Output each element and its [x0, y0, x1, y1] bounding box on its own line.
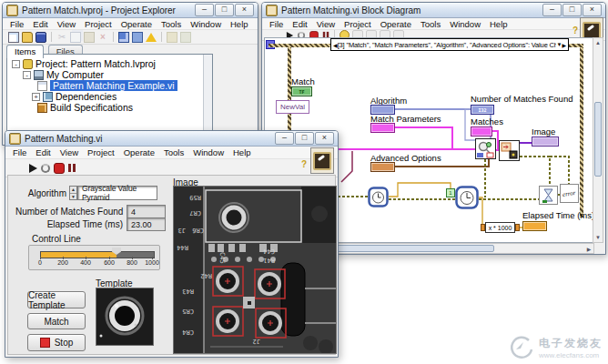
menu-project[interactable]: Project [83, 147, 119, 157]
pause-icon[interactable] [68, 164, 76, 172]
event-case-selector[interactable]: ◀ [3] "Match", "Match Parameters", "Algo… [330, 38, 569, 51]
matches-found-value[interactable]: 4 [127, 205, 166, 218]
slider-track[interactable] [40, 251, 155, 258]
algorithm-combo[interactable]: Grayscale Value Pyramid [77, 186, 157, 200]
copy-icon[interactable] [70, 32, 81, 43]
menu-edit[interactable]: Edit [28, 19, 52, 29]
maximize-button[interactable]: □ [295, 132, 314, 145]
menu-edit[interactable]: Edit [31, 147, 55, 157]
menu-edit[interactable]: Edit [288, 19, 311, 29]
tick-count-icon-start[interactable] [368, 187, 389, 207]
resolve-conflicts-icon[interactable] [118, 32, 129, 43]
tree-label[interactable]: Dependencies [56, 91, 117, 102]
run-icon[interactable] [29, 164, 37, 173]
numeric-constant[interactable]: 1 [446, 188, 455, 197]
menu-tools[interactable]: Tools [416, 19, 445, 29]
abort-icon[interactable] [54, 163, 65, 174]
menu-view[interactable]: View [312, 19, 339, 29]
menu-file[interactable]: File [5, 19, 28, 29]
menu-tools[interactable]: Tools [157, 19, 186, 29]
tab-items[interactable]: Items [6, 45, 44, 58]
menu-operate[interactable]: Operate [119, 147, 159, 157]
elapsed-time-terminal[interactable] [522, 221, 547, 231]
context-help-icon[interactable]: ? [301, 159, 307, 169]
delete-icon[interactable]: × [97, 32, 108, 43]
menu-operate[interactable]: Operate [376, 19, 416, 29]
maximize-button[interactable]: □ [215, 4, 234, 16]
cut-icon[interactable]: ✂ [56, 32, 67, 43]
menu-project[interactable]: Project [339, 19, 376, 29]
matches-terminal[interactable] [471, 126, 492, 136]
number-of-matches-terminal[interactable]: I32 [471, 105, 494, 115]
tree-label[interactable]: Build Specifications [50, 102, 133, 113]
stop-button[interactable]: Stop [27, 334, 86, 351]
deploy-icon[interactable] [132, 32, 143, 43]
match-terminal[interactable]: TF [291, 86, 312, 96]
menu-file[interactable]: File [8, 147, 31, 157]
match-pattern-vi-icon[interactable] [475, 138, 496, 159]
simple-error-handler-icon[interactable]: error [560, 184, 579, 203]
image-terminal[interactable] [532, 136, 559, 147]
block-diagram-titlebar[interactable]: Pattern Matching.vi Block Diagram – □ × [262, 3, 605, 18]
run-build-icon[interactable] [180, 32, 191, 43]
context-help-icon[interactable]: ? [573, 25, 578, 35]
diagram-vscrollbar[interactable]: ▲▼ [593, 37, 603, 243]
tree-item-pattern-matching-example[interactable]: Pattern Matching Example.vi [7, 80, 212, 91]
menu-operate[interactable]: Operate [117, 19, 157, 29]
close-button[interactable]: × [583, 4, 602, 16]
event-data-node[interactable]: NewVal [276, 100, 309, 114]
minimize-button[interactable]: – [195, 4, 214, 16]
tree-item-project[interactable]: - Project: Pattern Match.lvproj [7, 58, 212, 69]
run-continuously-icon[interactable] [41, 164, 50, 173]
tree-item-my-computer[interactable]: - My Computer [7, 69, 212, 80]
front-panel-titlebar[interactable]: Pattern Matching.vi – □ × [5, 131, 338, 147]
paste-icon[interactable] [84, 32, 95, 43]
slider-tick: 0 [32, 259, 48, 266]
maximize-button[interactable]: □ [562, 4, 582, 16]
expander-icon[interactable]: - [12, 60, 20, 68]
next-case-icon[interactable]: ▶ [562, 42, 566, 48]
event-case-label[interactable]: [3] "Match", "Match Parameters", "Algori… [338, 41, 557, 49]
menu-window[interactable]: Window [186, 19, 226, 29]
menu-help[interactable]: Help [228, 147, 256, 157]
tree-item-build-specifications[interactable]: Build Specifications [7, 102, 212, 113]
open-folder-icon[interactable] [22, 32, 33, 43]
overlay-vi-icon[interactable] [499, 140, 520, 161]
wait-ms-icon[interactable] [539, 186, 558, 205]
tick-count-icon-end[interactable] [455, 186, 479, 209]
menu-window[interactable]: Window [188, 147, 228, 157]
menu-file[interactable]: File [265, 19, 288, 29]
menu-tools[interactable]: Tools [159, 147, 188, 157]
match-parameters-terminal[interactable] [370, 123, 395, 133]
vscroll-thumb[interactable] [594, 102, 602, 177]
expander-icon[interactable]: - [23, 71, 31, 79]
minimize-button[interactable]: – [542, 4, 562, 16]
tree-label[interactable]: My Computer [46, 69, 104, 80]
control-line-slider[interactable]: 0 200 400 600 800 1000 [28, 245, 160, 270]
event-structure-right-border[interactable] [580, 47, 583, 217]
tree-label[interactable]: Project: Pattern Match.lvproj [35, 58, 156, 69]
menu-help[interactable]: Help [226, 19, 253, 29]
project-explorer-titlebar[interactable]: Pattern Match.lvproj - Project Explorer … [3, 3, 258, 18]
menu-project[interactable]: Project [80, 19, 117, 29]
warning-icon[interactable] [146, 33, 157, 42]
multiply-node[interactable]: x * 1000 [485, 222, 515, 233]
algorithm-spinner[interactable]: ▲ ▼ [69, 186, 77, 200]
menu-window[interactable]: Window [445, 19, 485, 29]
match-button[interactable]: Match [27, 313, 86, 329]
minimize-button[interactable]: – [275, 132, 294, 145]
elapsed-time-value[interactable]: 23.00 [127, 217, 166, 231]
menu-help[interactable]: Help [485, 19, 512, 29]
build-icon[interactable] [167, 32, 177, 43]
close-button[interactable]: × [235, 4, 254, 16]
tree-label-selected[interactable]: Pattern Matching Example.vi [50, 80, 177, 91]
save-all-icon[interactable] [35, 32, 46, 43]
tree-item-dependencies[interactable]: + Dependencies [7, 91, 212, 102]
expander-icon[interactable]: + [32, 93, 40, 101]
close-button[interactable]: × [315, 132, 334, 145]
menu-view[interactable]: View [56, 147, 83, 157]
create-template-button[interactable]: Create Template [27, 291, 86, 308]
new-file-icon[interactable] [8, 32, 19, 43]
advanced-options-terminal[interactable] [370, 162, 395, 172]
menu-view[interactable]: View [53, 19, 80, 29]
